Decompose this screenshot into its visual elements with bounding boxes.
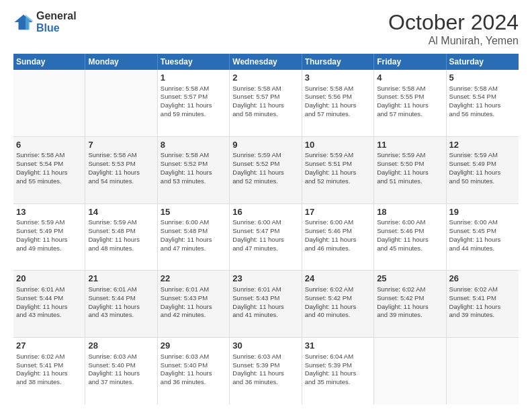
cell-info-4-0: Sunrise: 6:02 AM Sunset: 5:41 PM Dayligh… — [16, 353, 82, 387]
day-number-4-1: 28 — [88, 340, 154, 352]
header: General Blue October 2024 Al Munirah, Ye… — [13, 10, 519, 47]
cell-info-2-5: Sunrise: 6:00 AM Sunset: 5:46 PM Dayligh… — [377, 218, 443, 253]
day-number-1-1: 7 — [88, 139, 154, 151]
cell-info-0-6: Sunrise: 5:58 AM Sunset: 5:54 PM Dayligh… — [449, 85, 516, 119]
cal-cell-2-3: 16Sunrise: 6:00 AM Sunset: 5:47 PM Dayli… — [230, 204, 302, 271]
day-number-3-4: 24 — [305, 273, 371, 285]
header-monday: Monday — [85, 54, 157, 70]
day-number-2-4: 17 — [305, 206, 371, 218]
header-tuesday: Tuesday — [158, 54, 230, 70]
cal-cell-0-6: 5Sunrise: 5:58 AM Sunset: 5:54 PM Daylig… — [447, 70, 519, 136]
cal-cell-0-4: 3Sunrise: 5:58 AM Sunset: 5:56 PM Daylig… — [302, 70, 374, 136]
header-saturday: Saturday — [447, 54, 519, 70]
day-number-2-1: 14 — [88, 206, 154, 218]
day-number-3-2: 22 — [161, 273, 226, 285]
cal-cell-3-5: 25Sunrise: 6:02 AM Sunset: 5:42 PM Dayli… — [374, 271, 446, 337]
cal-cell-3-3: 23Sunrise: 6:01 AM Sunset: 5:43 PM Dayli… — [230, 271, 302, 337]
cal-cell-4-3: 30Sunrise: 6:03 AM Sunset: 5:39 PM Dayli… — [230, 338, 302, 404]
day-number-2-3: 16 — [232, 206, 298, 218]
cell-info-3-1: Sunrise: 6:01 AM Sunset: 5:44 PM Dayligh… — [88, 285, 154, 320]
day-number-1-3: 9 — [232, 139, 298, 151]
cell-info-0-3: Sunrise: 5:58 AM Sunset: 5:57 PM Dayligh… — [232, 85, 298, 119]
cell-info-1-6: Sunrise: 5:59 AM Sunset: 5:49 PM Dayligh… — [449, 151, 516, 185]
month-title: October 2024 — [388, 10, 519, 35]
day-number-1-6: 12 — [449, 139, 516, 151]
day-number-2-6: 19 — [449, 206, 516, 218]
day-number-0-6: 5 — [449, 72, 516, 84]
cal-cell-3-6: 26Sunrise: 6:02 AM Sunset: 5:41 PM Dayli… — [447, 271, 519, 337]
cal-cell-1-4: 10Sunrise: 5:59 AM Sunset: 5:51 PM Dayli… — [302, 137, 374, 203]
cal-cell-2-0: 13Sunrise: 5:59 AM Sunset: 5:49 PM Dayli… — [13, 204, 85, 271]
cell-info-4-1: Sunrise: 6:03 AM Sunset: 5:40 PM Dayligh… — [88, 353, 154, 387]
day-number-4-2: 29 — [161, 340, 226, 352]
day-number-4-4: 31 — [305, 340, 371, 352]
calendar-body: 1Sunrise: 5:58 AM Sunset: 5:57 PM Daylig… — [13, 70, 519, 404]
header-thursday: Thursday — [302, 54, 374, 70]
logo: General Blue — [13, 10, 77, 34]
week-row-4: 20Sunrise: 6:01 AM Sunset: 5:44 PM Dayli… — [13, 271, 519, 338]
day-number-1-2: 8 — [161, 139, 226, 151]
title-block: October 2024 Al Munirah, Yemen — [388, 10, 519, 47]
cal-cell-1-3: 9Sunrise: 5:59 AM Sunset: 5:52 PM Daylig… — [230, 137, 302, 203]
cal-cell-1-0: 6Sunrise: 5:58 AM Sunset: 5:54 PM Daylig… — [13, 137, 85, 203]
day-number-4-3: 30 — [232, 340, 298, 352]
header-sunday: Sunday — [13, 54, 85, 70]
day-number-2-5: 18 — [377, 206, 443, 218]
cell-info-2-6: Sunrise: 6:00 AM Sunset: 5:45 PM Dayligh… — [449, 218, 516, 253]
cell-info-0-5: Sunrise: 5:58 AM Sunset: 5:55 PM Dayligh… — [377, 85, 443, 119]
cell-info-1-4: Sunrise: 5:59 AM Sunset: 5:51 PM Dayligh… — [305, 151, 371, 185]
week-row-2: 6Sunrise: 5:58 AM Sunset: 5:54 PM Daylig… — [13, 137, 519, 204]
day-number-0-3: 2 — [232, 72, 298, 84]
week-row-1: 1Sunrise: 5:58 AM Sunset: 5:57 PM Daylig… — [13, 70, 519, 137]
day-number-3-6: 26 — [449, 273, 516, 285]
cell-info-3-2: Sunrise: 6:01 AM Sunset: 5:43 PM Dayligh… — [161, 285, 226, 320]
cal-cell-4-0: 27Sunrise: 6:02 AM Sunset: 5:41 PM Dayli… — [13, 338, 85, 404]
cell-info-3-0: Sunrise: 6:01 AM Sunset: 5:44 PM Dayligh… — [16, 285, 82, 320]
cal-cell-4-6 — [447, 338, 519, 404]
cal-cell-1-1: 7Sunrise: 5:58 AM Sunset: 5:53 PM Daylig… — [85, 137, 157, 203]
cal-cell-3-2: 22Sunrise: 6:01 AM Sunset: 5:43 PM Dayli… — [158, 271, 230, 337]
header-friday: Friday — [374, 54, 446, 70]
cal-cell-2-4: 17Sunrise: 6:00 AM Sunset: 5:46 PM Dayli… — [302, 204, 374, 271]
day-number-4-0: 27 — [16, 340, 82, 352]
cal-cell-0-3: 2Sunrise: 5:58 AM Sunset: 5:57 PM Daylig… — [230, 70, 302, 136]
cell-info-3-6: Sunrise: 6:02 AM Sunset: 5:41 PM Dayligh… — [449, 285, 516, 320]
day-number-1-4: 10 — [305, 139, 371, 151]
day-number-0-5: 4 — [377, 72, 443, 84]
cell-info-3-4: Sunrise: 6:02 AM Sunset: 5:42 PM Dayligh… — [305, 285, 371, 320]
day-number-1-5: 11 — [377, 139, 443, 151]
cell-info-1-5: Sunrise: 5:59 AM Sunset: 5:50 PM Dayligh… — [377, 151, 443, 185]
cal-cell-3-0: 20Sunrise: 6:01 AM Sunset: 5:44 PM Dayli… — [13, 271, 85, 337]
day-number-3-1: 21 — [88, 273, 154, 285]
day-number-0-2: 1 — [161, 72, 226, 84]
day-number-2-2: 15 — [161, 206, 226, 218]
day-number-0-4: 3 — [305, 72, 371, 84]
day-number-1-0: 6 — [16, 139, 82, 151]
cal-cell-0-2: 1Sunrise: 5:58 AM Sunset: 5:57 PM Daylig… — [158, 70, 230, 136]
cell-info-2-1: Sunrise: 5:59 AM Sunset: 5:48 PM Dayligh… — [88, 218, 154, 253]
cal-cell-4-4: 31Sunrise: 6:04 AM Sunset: 5:39 PM Dayli… — [302, 338, 374, 404]
day-number-3-0: 20 — [16, 273, 82, 285]
cal-cell-1-2: 8Sunrise: 5:58 AM Sunset: 5:52 PM Daylig… — [158, 137, 230, 203]
cell-info-2-3: Sunrise: 6:00 AM Sunset: 5:47 PM Dayligh… — [232, 218, 298, 253]
cal-cell-0-0 — [13, 70, 85, 136]
week-row-3: 13Sunrise: 5:59 AM Sunset: 5:49 PM Dayli… — [13, 204, 519, 271]
cell-info-4-2: Sunrise: 6:03 AM Sunset: 5:40 PM Dayligh… — [161, 353, 226, 387]
day-number-2-0: 13 — [16, 206, 82, 218]
cal-cell-4-5 — [374, 338, 446, 404]
cell-info-1-2: Sunrise: 5:58 AM Sunset: 5:52 PM Dayligh… — [161, 151, 226, 185]
cal-cell-0-5: 4Sunrise: 5:58 AM Sunset: 5:55 PM Daylig… — [374, 70, 446, 136]
cal-cell-4-1: 28Sunrise: 6:03 AM Sunset: 5:40 PM Dayli… — [85, 338, 157, 404]
cell-info-4-4: Sunrise: 6:04 AM Sunset: 5:39 PM Dayligh… — [305, 353, 371, 387]
cal-cell-3-4: 24Sunrise: 6:02 AM Sunset: 5:42 PM Dayli… — [302, 271, 374, 337]
page: General Blue October 2024 Al Munirah, Ye… — [0, 0, 532, 411]
cell-info-1-1: Sunrise: 5:58 AM Sunset: 5:53 PM Dayligh… — [88, 151, 154, 185]
header-wednesday: Wednesday — [230, 54, 302, 70]
logo-icon — [13, 12, 34, 32]
location-title: Al Munirah, Yemen — [388, 35, 519, 47]
cell-info-0-4: Sunrise: 5:58 AM Sunset: 5:56 PM Dayligh… — [305, 85, 371, 119]
cell-info-3-3: Sunrise: 6:01 AM Sunset: 5:43 PM Dayligh… — [232, 285, 298, 320]
week-row-5: 27Sunrise: 6:02 AM Sunset: 5:41 PM Dayli… — [13, 338, 519, 404]
cell-info-2-4: Sunrise: 6:00 AM Sunset: 5:46 PM Dayligh… — [305, 218, 371, 253]
cell-info-2-0: Sunrise: 5:59 AM Sunset: 5:49 PM Dayligh… — [16, 218, 82, 253]
